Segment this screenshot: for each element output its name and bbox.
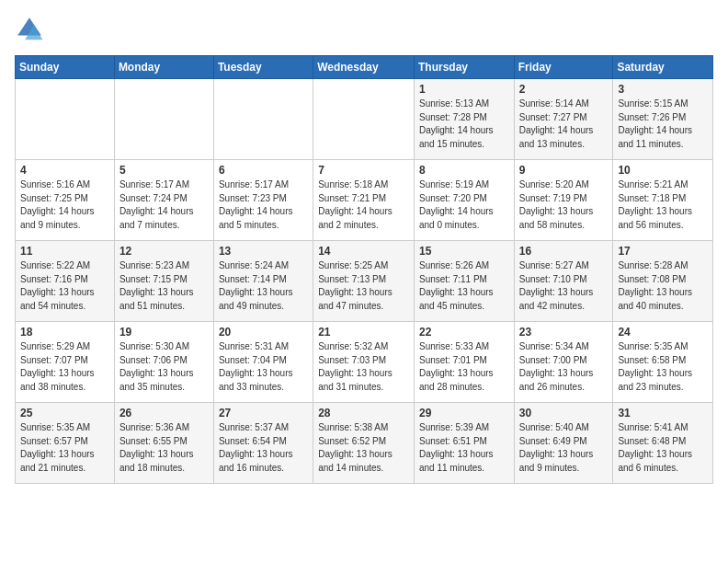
calendar-week-row: 25Sunrise: 5:35 AMSunset: 6:57 PMDayligh… — [16, 403, 713, 484]
calendar-cell: 18Sunrise: 5:29 AMSunset: 7:07 PMDayligh… — [16, 322, 115, 403]
day-number: 14 — [318, 245, 409, 258]
calendar-cell: 17Sunrise: 5:28 AMSunset: 7:08 PMDayligh… — [613, 241, 713, 322]
calendar-cell: 23Sunrise: 5:34 AMSunset: 7:00 PMDayligh… — [514, 322, 613, 403]
day-number: 2 — [519, 83, 609, 96]
weekday-header-thursday: Thursday — [414, 56, 514, 79]
day-number: 24 — [618, 326, 708, 339]
weekday-header-monday: Monday — [114, 56, 213, 79]
weekday-header-sunday: Sunday — [16, 56, 115, 79]
day-number: 29 — [419, 407, 509, 419]
calendar-cell: 3Sunrise: 5:15 AMSunset: 7:26 PMDaylight… — [613, 79, 713, 160]
day-info: Sunrise: 5:14 AMSunset: 7:27 PMDaylight:… — [519, 98, 609, 151]
day-number: 3 — [618, 83, 708, 96]
day-number: 26 — [119, 407, 209, 419]
calendar-cell: 10Sunrise: 5:21 AMSunset: 7:18 PMDayligh… — [613, 160, 713, 241]
calendar-cell: 9Sunrise: 5:20 AMSunset: 7:19 PMDaylight… — [514, 160, 613, 241]
calendar-cell: 20Sunrise: 5:31 AMSunset: 7:04 PMDayligh… — [213, 322, 313, 403]
weekday-header-saturday: Saturday — [613, 56, 713, 79]
day-number: 23 — [519, 326, 609, 339]
calendar-cell: 22Sunrise: 5:33 AMSunset: 7:01 PMDayligh… — [414, 322, 514, 403]
day-number: 20 — [219, 326, 308, 339]
calendar-cell: 29Sunrise: 5:39 AMSunset: 6:51 PMDayligh… — [414, 403, 514, 484]
day-number: 28 — [318, 407, 409, 419]
day-info: Sunrise: 5:41 AMSunset: 6:48 PMDaylight:… — [618, 421, 708, 475]
day-info: Sunrise: 5:18 AMSunset: 7:21 PMDaylight:… — [318, 178, 409, 232]
day-number: 12 — [119, 245, 209, 258]
weekday-header-friday: Friday — [514, 56, 613, 79]
day-number: 7 — [318, 164, 409, 177]
calendar-header: SundayMondayTuesdayWednesdayThursdayFrid… — [16, 56, 713, 79]
calendar-table: SundayMondayTuesdayWednesdayThursdayFrid… — [15, 55, 713, 484]
day-info: Sunrise: 5:20 AMSunset: 7:19 PMDaylight:… — [519, 178, 609, 232]
calendar-cell: 25Sunrise: 5:35 AMSunset: 6:57 PMDayligh… — [16, 403, 115, 484]
day-info: Sunrise: 5:13 AMSunset: 7:28 PMDaylight:… — [419, 98, 509, 151]
calendar-cell: 14Sunrise: 5:25 AMSunset: 7:13 PMDayligh… — [313, 241, 415, 322]
calendar-cell: 27Sunrise: 5:37 AMSunset: 6:54 PMDayligh… — [213, 403, 313, 484]
day-info: Sunrise: 5:30 AMSunset: 7:06 PMDaylight:… — [119, 340, 209, 394]
day-number: 5 — [119, 164, 209, 177]
calendar-cell: 31Sunrise: 5:41 AMSunset: 6:48 PMDayligh… — [613, 403, 713, 484]
calendar-cell — [213, 79, 313, 160]
day-info: Sunrise: 5:32 AMSunset: 7:03 PMDaylight:… — [318, 340, 409, 394]
day-number: 27 — [219, 407, 308, 419]
day-number: 1 — [419, 83, 509, 96]
day-number: 22 — [419, 326, 509, 339]
day-number: 8 — [419, 164, 509, 177]
day-info: Sunrise: 5:31 AMSunset: 7:04 PMDaylight:… — [219, 340, 308, 394]
day-info: Sunrise: 5:40 AMSunset: 6:49 PMDaylight:… — [519, 421, 609, 475]
day-info: Sunrise: 5:25 AMSunset: 7:13 PMDaylight:… — [318, 259, 409, 313]
day-info: Sunrise: 5:17 AMSunset: 7:24 PMDaylight:… — [119, 178, 209, 232]
day-number: 25 — [20, 407, 109, 419]
day-info: Sunrise: 5:16 AMSunset: 7:25 PMDaylight:… — [20, 178, 109, 232]
day-info: Sunrise: 5:27 AMSunset: 7:10 PMDaylight:… — [519, 259, 609, 313]
day-info: Sunrise: 5:36 AMSunset: 6:55 PMDaylight:… — [119, 421, 209, 475]
day-info: Sunrise: 5:37 AMSunset: 6:54 PMDaylight:… — [219, 421, 308, 475]
day-info: Sunrise: 5:33 AMSunset: 7:01 PMDaylight:… — [419, 340, 509, 394]
day-number: 13 — [219, 245, 308, 258]
day-info: Sunrise: 5:24 AMSunset: 7:14 PMDaylight:… — [219, 259, 308, 313]
calendar-cell — [313, 79, 415, 160]
calendar-cell: 13Sunrise: 5:24 AMSunset: 7:14 PMDayligh… — [213, 241, 313, 322]
day-info: Sunrise: 5:19 AMSunset: 7:20 PMDaylight:… — [419, 178, 509, 232]
calendar-cell: 8Sunrise: 5:19 AMSunset: 7:20 PMDaylight… — [414, 160, 514, 241]
weekday-header-row: SundayMondayTuesdayWednesdayThursdayFrid… — [16, 56, 713, 79]
day-info: Sunrise: 5:29 AMSunset: 7:07 PMDaylight:… — [20, 340, 109, 394]
day-info: Sunrise: 5:35 AMSunset: 6:58 PMDaylight:… — [618, 340, 708, 394]
calendar-cell: 1Sunrise: 5:13 AMSunset: 7:28 PMDaylight… — [414, 79, 514, 160]
calendar-cell: 6Sunrise: 5:17 AMSunset: 7:23 PMDaylight… — [213, 160, 313, 241]
calendar-cell: 11Sunrise: 5:22 AMSunset: 7:16 PMDayligh… — [16, 241, 115, 322]
weekday-header-tuesday: Tuesday — [213, 56, 313, 79]
calendar-cell: 16Sunrise: 5:27 AMSunset: 7:10 PMDayligh… — [514, 241, 613, 322]
day-info: Sunrise: 5:38 AMSunset: 6:52 PMDaylight:… — [318, 421, 409, 475]
day-info: Sunrise: 5:15 AMSunset: 7:26 PMDaylight:… — [618, 98, 708, 151]
calendar-week-row: 18Sunrise: 5:29 AMSunset: 7:07 PMDayligh… — [16, 322, 713, 403]
day-info: Sunrise: 5:21 AMSunset: 7:18 PMDaylight:… — [618, 178, 708, 232]
calendar-cell: 7Sunrise: 5:18 AMSunset: 7:21 PMDaylight… — [313, 160, 415, 241]
day-info: Sunrise: 5:17 AMSunset: 7:23 PMDaylight:… — [219, 178, 308, 232]
day-info: Sunrise: 5:39 AMSunset: 6:51 PMDaylight:… — [419, 421, 509, 475]
day-info: Sunrise: 5:23 AMSunset: 7:15 PMDaylight:… — [119, 259, 209, 313]
calendar-week-row: 11Sunrise: 5:22 AMSunset: 7:16 PMDayligh… — [16, 241, 713, 322]
calendar-cell: 24Sunrise: 5:35 AMSunset: 6:58 PMDayligh… — [613, 322, 713, 403]
logo — [15, 15, 48, 44]
calendar-cell: 19Sunrise: 5:30 AMSunset: 7:06 PMDayligh… — [114, 322, 213, 403]
calendar-cell — [114, 79, 213, 160]
calendar-cell: 12Sunrise: 5:23 AMSunset: 7:15 PMDayligh… — [114, 241, 213, 322]
day-number: 9 — [519, 164, 609, 177]
calendar-cell: 4Sunrise: 5:16 AMSunset: 7:25 PMDaylight… — [16, 160, 115, 241]
day-number: 21 — [318, 326, 409, 339]
day-info: Sunrise: 5:28 AMSunset: 7:08 PMDaylight:… — [618, 259, 708, 313]
calendar-cell: 15Sunrise: 5:26 AMSunset: 7:11 PMDayligh… — [414, 241, 514, 322]
calendar-cell: 21Sunrise: 5:32 AMSunset: 7:03 PMDayligh… — [313, 322, 415, 403]
calendar-cell: 5Sunrise: 5:17 AMSunset: 7:24 PMDaylight… — [114, 160, 213, 241]
calendar-body: 1Sunrise: 5:13 AMSunset: 7:28 PMDaylight… — [16, 79, 713, 484]
day-number: 11 — [20, 245, 109, 258]
day-info: Sunrise: 5:22 AMSunset: 7:16 PMDaylight:… — [20, 259, 109, 313]
calendar-cell: 2Sunrise: 5:14 AMSunset: 7:27 PMDaylight… — [514, 79, 613, 160]
day-number: 17 — [618, 245, 708, 258]
calendar-week-row: 1Sunrise: 5:13 AMSunset: 7:28 PMDaylight… — [16, 79, 713, 160]
calendar-cell — [16, 79, 115, 160]
day-number: 19 — [119, 326, 209, 339]
calendar-cell: 26Sunrise: 5:36 AMSunset: 6:55 PMDayligh… — [114, 403, 213, 484]
logo-icon — [15, 15, 44, 44]
